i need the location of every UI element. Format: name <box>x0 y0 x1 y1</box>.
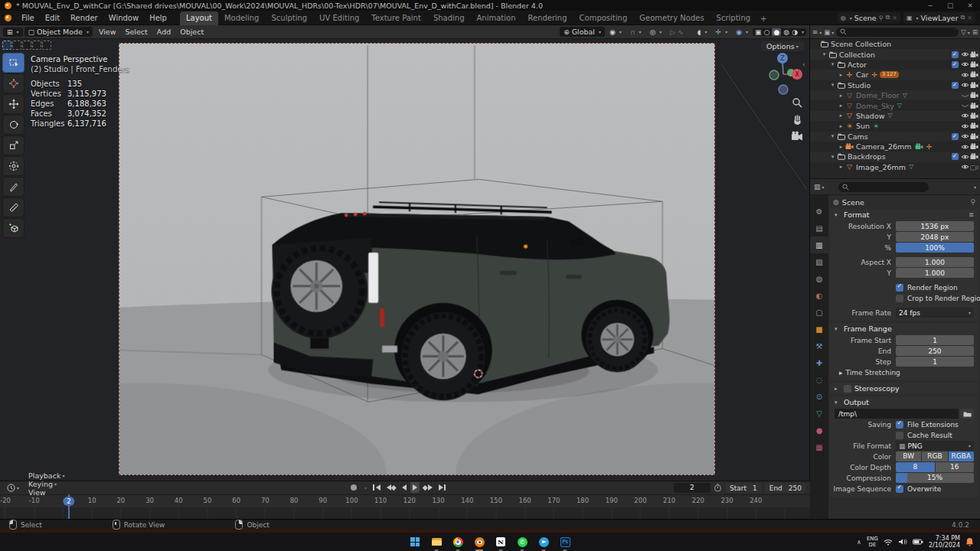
outliner-item-shadow[interactable]: ▸▽Shadow▽ <box>810 111 980 121</box>
render-visibility-camera-icon[interactable] <box>969 133 978 140</box>
color-rgba-button[interactable]: RGBA <box>949 452 974 461</box>
falloff-buttons[interactable]: ▷∿ <box>666 28 687 37</box>
disclosure-arrow-icon[interactable]: ▾ <box>829 154 836 160</box>
collection-checkbox[interactable]: ✓ <box>950 61 959 68</box>
timeline-menu-playback[interactable]: Playback▾ <box>25 471 67 480</box>
frame-rate-dropdown[interactable]: 24 fps▾ <box>896 308 974 318</box>
outliner-item-collection[interactable]: ▾Collection✓ <box>810 49 980 59</box>
browse-folder-button[interactable] <box>960 409 974 419</box>
render-region-checkbox[interactable] <box>896 284 903 292</box>
pin-icon[interactable]: ⚲ <box>879 15 884 21</box>
timeline-track-area[interactable] <box>0 507 810 520</box>
render-visibility-camera-icon[interactable] <box>969 143 978 150</box>
outliner-item-scene-collection[interactable]: Scene Collection <box>810 39 980 49</box>
outliner-item-sun[interactable]: ▸☀Sun☀ <box>810 121 980 131</box>
outliner-item-backdrops[interactable]: ▾Backdrops✓ <box>810 152 980 161</box>
workspace-tab-layout[interactable]: Layout <box>180 11 218 25</box>
select-mode-intersect[interactable] <box>42 41 51 50</box>
aspect-y-field[interactable]: 1.000 <box>896 268 974 278</box>
workspace-tab-animation[interactable]: Animation <box>471 11 522 25</box>
workspace-tab-uv-editing[interactable]: UV Editing <box>313 11 365 25</box>
tool-scale[interactable] <box>2 135 24 155</box>
depth-8-button[interactable]: 8 <box>896 462 935 472</box>
gizmo-y-neg[interactable] <box>769 70 779 80</box>
shading-material-button[interactable]: ◍ <box>783 28 789 36</box>
disclosure-arrow-icon[interactable]: ▸ <box>838 72 844 78</box>
3d-viewport-canvas[interactable]: Camera Perspective (2) Studio | Front_Fe… <box>0 39 809 481</box>
overwrite-checkbox[interactable] <box>896 485 903 493</box>
render-visibility-camera-icon[interactable] <box>969 164 978 171</box>
minimize-button[interactable]: ─ <box>920 2 940 9</box>
properties-tab-physics[interactable]: ◌ <box>810 371 828 388</box>
taskbar-app-blender[interactable] <box>472 535 486 549</box>
workspace-tab-shading[interactable]: Shading <box>427 11 471 25</box>
outliner-item-car[interactable]: ▸✛Car✛3 127 <box>810 70 980 80</box>
tool-select-box[interactable] <box>2 53 24 73</box>
wifi-icon[interactable] <box>884 539 893 546</box>
file-format-dropdown[interactable]: ▦PNG▾ <box>896 441 974 451</box>
remove-viewlayer-icon[interactable]: × <box>967 15 972 21</box>
viewlayer-selector[interactable]: ▣▾ ViewLayer ⧉ × <box>903 12 975 23</box>
play-button[interactable] <box>410 482 420 493</box>
disclosure-arrow-icon[interactable]: ▾ <box>829 61 836 67</box>
workspace-tab-compositing[interactable]: Compositing <box>573 11 634 25</box>
timeline-ruler[interactable]: 2 -20-1010203040506070809010011012013014… <box>0 495 810 507</box>
jump-to-start-button[interactable] <box>371 482 383 493</box>
render-visibility-camera-icon[interactable] <box>969 61 978 68</box>
collection-checkbox[interactable]: ✓ <box>950 153 959 160</box>
eye-closed-icon[interactable] <box>960 93 969 99</box>
properties-filter-dropdown[interactable]: ▾ <box>974 184 976 190</box>
eye-icon[interactable] <box>960 82 969 88</box>
auto-keying-button[interactable] <box>348 482 359 493</box>
disclosure-arrow-icon[interactable]: ▸ <box>838 144 844 150</box>
add-workspace-button[interactable]: + <box>756 12 770 25</box>
overlays-toggle[interactable]: ◉▾ <box>732 28 752 37</box>
current-frame-field[interactable]: 2 <box>674 483 710 493</box>
tool-measure[interactable] <box>2 197 24 217</box>
maximize-button[interactable]: □ <box>940 2 960 9</box>
mode-dropdown[interactable]: ▢Object Mode▾ <box>24 27 93 37</box>
clock[interactable]: 7:34 PM2/10/2024 <box>929 535 960 549</box>
shading-rendered-button[interactable]: ◑ <box>792 28 798 36</box>
gizmo-z-neg[interactable] <box>779 85 788 94</box>
disclosure-arrow-icon[interactable]: ▸ <box>838 123 844 129</box>
render-visibility-camera-icon[interactable] <box>969 51 978 58</box>
properties-tab-view-layer[interactable]: ▧ <box>810 253 828 270</box>
timeline-menu-keying[interactable]: Keying▾ <box>25 480 67 488</box>
viewport-menu-object[interactable]: Object <box>175 28 208 36</box>
depth-16-button[interactable]: 16 <box>936 462 975 472</box>
camera-view-icon[interactable] <box>791 131 803 141</box>
properties-tab-material[interactable]: ● <box>810 422 828 439</box>
outliner-item-dome-floor[interactable]: ▸▽Dome_Floor▽ <box>810 90 980 100</box>
disclosure-arrow-icon[interactable]: ▸ <box>838 103 844 109</box>
color-rgb-button[interactable]: RGB <box>922 452 947 461</box>
crop-render-region-checkbox[interactable] <box>896 295 903 302</box>
editor-type-button[interactable]: ⊞▾ <box>3 28 23 37</box>
taskbar-app-chrome[interactable] <box>451 535 465 549</box>
eye-icon[interactable] <box>960 154 969 160</box>
disclosure-arrow-icon[interactable]: ▾ <box>829 133 836 139</box>
file-extensions-checkbox[interactable] <box>896 421 903 429</box>
tool-annotate[interactable] <box>2 177 24 197</box>
frame-start-field[interactable]: 1 <box>896 335 974 345</box>
panel-stereoscopy-header[interactable]: ▸ Stereoscopy <box>830 383 978 394</box>
select-mode-invert[interactable] <box>32 41 41 50</box>
transform-orientation-dropdown[interactable]: ⊕Global▾ <box>560 27 605 37</box>
tool-cursor[interactable] <box>2 73 24 93</box>
workspace-tab-rendering[interactable]: Rendering <box>521 11 573 25</box>
outliner-display-mode-button[interactable]: ≡▾ <box>812 28 822 36</box>
outliner-sync-icon[interactable]: ▣▾ <box>824 28 834 36</box>
taskbar-app-notion[interactable]: N <box>494 535 508 549</box>
properties-tab-data[interactable]: ▽ <box>810 405 828 422</box>
resolution-x-field[interactable]: 1536 px <box>896 221 974 231</box>
new-collection-button[interactable]: ⊞ <box>972 28 978 36</box>
disclosure-arrow-icon[interactable]: ▾ <box>821 51 828 57</box>
outliner-item-actor[interactable]: ▾Actor✓ <box>810 60 980 70</box>
collection-checkbox[interactable]: ✓ <box>950 51 959 58</box>
workspace-tab-texture-paint[interactable]: Texture Paint <box>365 11 427 25</box>
menu-window[interactable]: Window <box>103 14 144 22</box>
tool-rotate[interactable] <box>2 115 24 135</box>
panel-frame-range-header[interactable]: ▾ Frame Range <box>830 323 978 334</box>
render-visibility-camera-icon[interactable] <box>969 122 978 129</box>
eye-icon[interactable] <box>960 164 969 170</box>
